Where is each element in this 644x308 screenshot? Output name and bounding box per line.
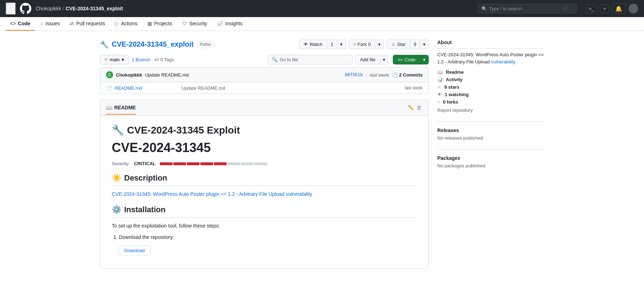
sidebar-about-title: About xyxy=(437,40,544,48)
topbar-right-actions: >_ + 🔔 xyxy=(586,4,638,14)
severity-segment-filled xyxy=(214,162,227,165)
star-button[interactable]: ☆ Star xyxy=(387,40,410,49)
branch-selector-button[interactable]: ⑂ main ▾ xyxy=(100,55,129,64)
watch-dropdown-button[interactable]: ▾ xyxy=(337,40,346,49)
commit-hash-link[interactable]: b0f5b1b xyxy=(345,72,363,77)
nav-code[interactable]: <> Code xyxy=(6,17,35,31)
sidebar-stars-stat: ☆ 9 stars xyxy=(437,84,544,90)
tags-anchor[interactable]: 0 Tags xyxy=(160,57,174,62)
severity-segment-filled xyxy=(160,162,173,165)
user-link[interactable]: Chokopikkk xyxy=(36,6,61,11)
watch-button[interactable]: 👁 Watch xyxy=(299,40,327,49)
nav-actions[interactable]: ▷ Actions xyxy=(111,17,142,31)
search-input[interactable] xyxy=(489,6,560,11)
sidebar-watching-stat: 👁 1 watching xyxy=(437,92,544,97)
readme-tab: 📖 README xyxy=(106,105,136,115)
main-content: 🔧 CVE-2024-31345_exploit Public 👁 Watch … xyxy=(100,40,429,268)
fork-button[interactable]: ⑂ Fork 0 xyxy=(349,40,375,49)
sidebar-divider-1 xyxy=(437,121,544,122)
nav-projects[interactable]: ▦ Projects xyxy=(143,17,176,31)
sidebar-divider-2 xyxy=(437,149,544,150)
commits-link[interactable]: 🕐 2 Commits xyxy=(392,72,423,78)
commit-author-link[interactable]: Chokopikkk xyxy=(116,72,142,78)
nav-insights[interactable]: 📈 Insights xyxy=(213,17,247,31)
star-count-button[interactable]: 9 xyxy=(410,40,420,49)
search-shortcut-badge: / xyxy=(563,6,568,11)
tags-link: 🏷 0 Tags xyxy=(154,57,174,62)
code-dropdown-button[interactable]: ▾ xyxy=(420,55,429,64)
severity-segment-filled xyxy=(187,162,200,165)
severity-bar xyxy=(160,162,267,165)
file-name-link[interactable]: README.md xyxy=(115,85,179,91)
nav-issues[interactable]: ○ Issues xyxy=(36,17,64,31)
sidebar-releases-section: Releases No releases published xyxy=(437,127,544,141)
watching-link[interactable]: 1 watching xyxy=(445,92,469,97)
readme-description-heading: ☀️ Description xyxy=(112,173,417,186)
main-container: 🔧 CVE-2024-31345_exploit Public 👁 Watch … xyxy=(94,31,550,277)
readme-h1: 🔧 CVE-2024-31345 Exploit xyxy=(112,124,417,136)
severity-segment-filled xyxy=(173,162,186,165)
github-logo-icon xyxy=(20,3,31,14)
install-heading-text: Installation xyxy=(124,205,165,214)
code-icon: <> xyxy=(10,21,16,26)
nav-code-label: Code xyxy=(18,21,30,26)
repo-name: CVE-2024-31345_exploit xyxy=(112,40,194,48)
readme-tab-label: README xyxy=(114,105,136,110)
pr-icon: ⇄ xyxy=(70,21,74,26)
clock-icon: 🕐 xyxy=(392,72,398,78)
nav-pull-requests[interactable]: ⇄ Pull requests xyxy=(65,17,109,31)
sidebar-forks-stat: ⑂ 0 forks xyxy=(437,99,544,105)
sidebar-packages-title: Packages xyxy=(437,155,544,161)
sidebar-activity-stat: 📊 Activity xyxy=(437,77,544,82)
search-bar: 🔍 / xyxy=(477,4,577,13)
readme-list-button[interactable]: ☰ xyxy=(416,104,423,112)
go-to-file-button[interactable]: 🔍 Go to file xyxy=(267,55,353,64)
star-label: Star xyxy=(397,42,406,47)
readme-link[interactable]: Readme xyxy=(446,69,464,75)
hamburger-button[interactable]: ☰ xyxy=(6,2,16,15)
desc-link[interactable]: CVE-2024-31345: WordPress Auto Poster pl… xyxy=(112,191,312,197)
forks-icon: ⑂ xyxy=(437,99,440,105)
avatar-button[interactable] xyxy=(628,4,638,14)
stars-link[interactable]: 9 stars xyxy=(444,84,459,90)
add-file-button[interactable]: Add file xyxy=(355,55,380,64)
readme-book-icon: 📖 xyxy=(106,105,112,110)
branch-icon: ⑂ xyxy=(105,57,107,62)
watch-label: Watch xyxy=(310,42,322,47)
nav-insights-label: Insights xyxy=(225,21,242,26)
commit-bar: C Chokopikkk Update README.md b0f5b1b · … xyxy=(100,67,429,82)
fork-dropdown-button[interactable]: ▾ xyxy=(375,40,384,49)
install-step1-text: Download the repository: xyxy=(119,234,174,240)
branch-bar: ⑂ main ▾ 1 Branch 🏷 0 Tags 🔍 Go to file … xyxy=(100,55,429,64)
file-commit-message: Update README.md xyxy=(181,85,402,91)
repo-nav: <> Code ○ Issues ⇄ Pull requests ▷ Actio… xyxy=(0,17,644,31)
repo-link[interactable]: CVE-2024-31345_exploit xyxy=(65,6,123,11)
terminal-button[interactable]: >_ xyxy=(586,4,597,13)
sidebar-releases-text: No releases published xyxy=(437,135,544,141)
stars-icon: ☆ xyxy=(437,84,442,90)
activity-link[interactable]: Activity xyxy=(446,77,463,82)
create-button[interactable]: + xyxy=(600,4,609,13)
sidebar-about-link[interactable]: vulnerability xyxy=(491,59,516,64)
nav-security[interactable]: 🛡 Security xyxy=(178,17,212,31)
commits-label: 2 Commits xyxy=(399,72,423,78)
report-repository-link[interactable]: Report repository xyxy=(437,108,544,113)
branches-link[interactable]: 1 Branch xyxy=(132,57,150,62)
fork-count: 0 xyxy=(368,42,371,47)
download-button[interactable]: Download xyxy=(119,246,150,255)
readme-installation-heading: ⚙️ Installation xyxy=(112,205,417,218)
code-button[interactable]: <> Code xyxy=(393,55,420,64)
readme-h1-text: CVE-2024-31345 Exploit xyxy=(127,125,240,136)
nav-pr-label: Pull requests xyxy=(76,21,105,26)
nav-issues-label: Issues xyxy=(46,21,60,26)
readme-install-steps: Download the repository: Download xyxy=(112,234,417,255)
forks-link[interactable]: 0 forks xyxy=(443,99,458,105)
add-file-dropdown-button[interactable]: ▾ xyxy=(380,55,389,64)
add-file-btn-group: Add file ▾ xyxy=(355,55,389,64)
star-dropdown-button[interactable]: ▾ xyxy=(420,40,429,49)
notification-button[interactable]: 🔔 xyxy=(612,4,625,14)
severity-segment-empty xyxy=(227,162,240,165)
readme-edit-button[interactable]: ✏️ xyxy=(407,104,416,112)
file-time: last week xyxy=(405,85,423,90)
watch-count-button[interactable]: 1 xyxy=(327,40,337,49)
